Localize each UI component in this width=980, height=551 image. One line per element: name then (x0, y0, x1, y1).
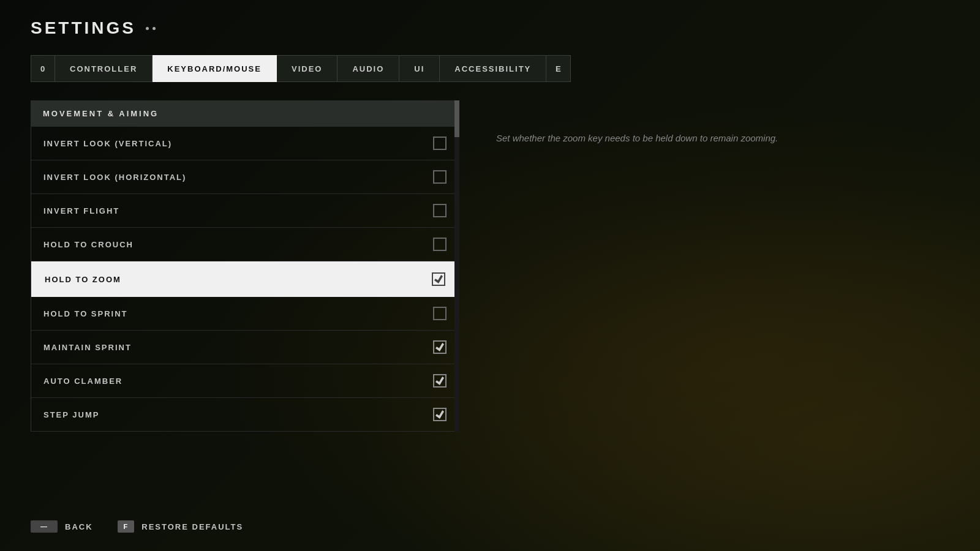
setting-label-hold-to-zoom: HOLD TO ZOOM (45, 275, 121, 284)
page-title: SETTINGS (31, 18, 949, 38)
back-key-icon: — (31, 520, 58, 533)
checkbox-hold-to-sprint[interactable] (433, 307, 447, 320)
setting-label-hold-to-sprint: HOLD TO SPRINT (43, 309, 128, 318)
description-text: Set whether the zoom key needs to be hel… (496, 131, 778, 146)
tab-ui[interactable]: UI (399, 55, 440, 82)
tab-audio[interactable]: AUDIO (337, 55, 399, 82)
setting-row-hold-to-zoom[interactable]: HOLD TO ZOOM (31, 261, 459, 297)
setting-label-invert-flight: INVERT FLIGHT (43, 206, 119, 216)
checkbox-auto-clamber[interactable] (433, 374, 447, 388)
checkbox-invert-flight[interactable] (433, 204, 447, 217)
tab-accessibility[interactable]: ACCESSIBILITY (440, 55, 546, 82)
back-button[interactable]: — Back (31, 520, 93, 533)
setting-label-step-jump: STEP JUMP (43, 410, 99, 419)
setting-row-invert-flight[interactable]: INVERT FLIGHT (31, 194, 459, 228)
tab-video[interactable]: VIDEO (277, 55, 337, 82)
title-text: SETTINGS (31, 18, 136, 38)
setting-row-invert-look-vertical[interactable]: INVERT LOOK (VERTICAL) (31, 127, 459, 160)
setting-row-maintain-sprint[interactable]: MAINTAIN SPRINT (31, 331, 459, 364)
checkbox-invert-look-horizontal[interactable] (433, 170, 447, 184)
setting-row-hold-to-sprint[interactable]: HOLD TO SPRINT (31, 297, 459, 331)
tab-controller[interactable]: CONTROLLER (55, 55, 153, 82)
setting-label-invert-look-vertical: INVERT LOOK (VERTICAL) (43, 139, 172, 148)
setting-row-step-jump[interactable]: STEP JUMP (31, 398, 459, 432)
tab-icon-left[interactable]: 0 (31, 55, 55, 82)
checkbox-maintain-sprint[interactable] (433, 340, 447, 354)
setting-row-auto-clamber[interactable]: AUTO CLAMBER (31, 364, 459, 398)
checkbox-step-jump[interactable] (433, 408, 447, 421)
restore-defaults-label: Restore Defaults (141, 522, 243, 531)
restore-defaults-button[interactable]: F Restore Defaults (118, 520, 244, 533)
setting-label-maintain-sprint: MAINTAIN SPRINT (43, 343, 132, 352)
tabs-bar: 0 CONTROLLER KEYBOARD/MOUSE VIDEO AUDIO … (31, 55, 949, 82)
checkbox-hold-to-zoom[interactable] (432, 272, 445, 286)
settings-list: INVERT LOOK (VERTICAL) INVERT LOOK (HORI… (31, 127, 459, 432)
setting-row-hold-to-crouch[interactable]: HOLD TO CROUCH (31, 228, 459, 261)
scrollbar-track[interactable] (454, 100, 459, 432)
tab-keyboard-mouse[interactable]: KEYBOARD/MOUSE (153, 55, 277, 82)
setting-label-hold-to-crouch: HOLD TO CROUCH (43, 240, 134, 249)
checkbox-hold-to-crouch[interactable] (433, 238, 447, 251)
bottom-bar: — Back F Restore Defaults (31, 520, 243, 533)
setting-label-auto-clamber: AUTO CLAMBER (43, 377, 123, 386)
setting-label-invert-look-horizontal: INVERT LOOK (HORIZONTAL) (43, 173, 186, 182)
title-decoration (146, 27, 156, 30)
checkbox-invert-look-vertical[interactable] (433, 137, 447, 150)
settings-panel: MOVEMENT & AIMING INVERT LOOK (VERTICAL)… (31, 100, 459, 432)
section-header: MOVEMENT & AIMING (31, 100, 459, 127)
restore-key-icon: F (118, 520, 135, 533)
tab-icon-right[interactable]: E (546, 55, 571, 82)
main-layout: MOVEMENT & AIMING INVERT LOOK (VERTICAL)… (31, 100, 949, 432)
description-panel: Set whether the zoom key needs to be hel… (459, 100, 949, 170)
setting-row-invert-look-horizontal[interactable]: INVERT LOOK (HORIZONTAL) (31, 160, 459, 194)
back-label: Back (65, 522, 93, 531)
scrollbar-thumb[interactable] (454, 100, 459, 137)
